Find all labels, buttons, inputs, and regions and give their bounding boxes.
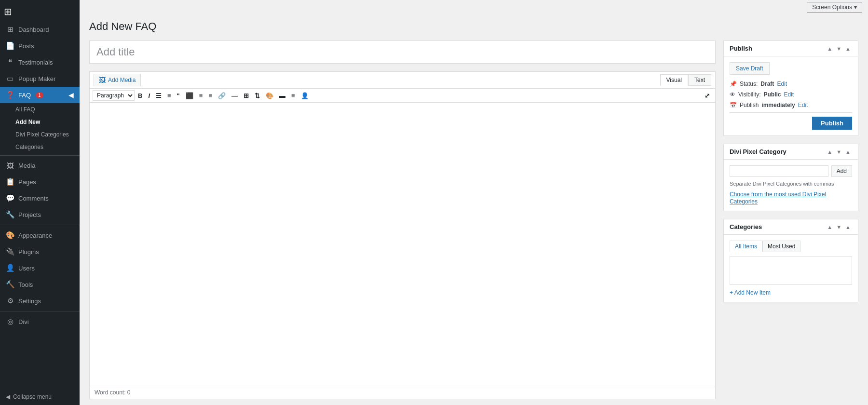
categories-box-down[interactable]: ▼ xyxy=(835,224,843,230)
save-draft-button[interactable]: Save Draft xyxy=(730,62,770,75)
bold-button[interactable]: B xyxy=(136,91,145,101)
sidebar-item-media[interactable]: 🖼 Media xyxy=(0,158,80,174)
divi-pixel-box-up[interactable]: ▲ xyxy=(826,148,834,155)
publish-meta-box: Publish ▲ ▼ ▲ Save Draft 📌 Status: Draft xyxy=(723,40,858,136)
plugins-icon: 🔌 xyxy=(6,247,14,256)
sidebar-item-pages[interactable]: 📋 Pages xyxy=(0,174,80,190)
faq-arrow: ◀ xyxy=(68,91,74,99)
sidebar-label-media: Media xyxy=(18,162,35,169)
unordered-list-button[interactable]: ☰ xyxy=(153,91,164,101)
special-btn-1[interactable]: ⇅ xyxy=(252,91,262,101)
add-new-item-link[interactable]: + Add New Item xyxy=(730,289,771,296)
divi-pixel-category-add-button[interactable]: Add xyxy=(831,165,852,177)
page-title: Add New FAQ xyxy=(89,20,858,33)
categories-box-up[interactable]: ▲ xyxy=(826,224,834,230)
divi-pixel-category-header[interactable]: Divi Pixel Category ▲ ▼ ▲ xyxy=(724,144,858,160)
italic-button[interactable]: I xyxy=(146,91,152,101)
sidebar-item-add-new[interactable]: Add New xyxy=(0,116,80,128)
publish-box-header[interactable]: Publish ▲ ▼ ▲ xyxy=(724,41,858,56)
publish-box-down[interactable]: ▼ xyxy=(835,45,843,52)
sidebar-label-plugins: Plugins xyxy=(18,248,39,256)
more-button[interactable]: — xyxy=(229,91,240,101)
posts-icon: 📄 xyxy=(6,41,14,50)
special-btn-3[interactable]: ▬ xyxy=(277,91,288,101)
categories-box-close[interactable]: ▲ xyxy=(844,224,852,230)
sidebar-item-divi[interactable]: ◎ Divi xyxy=(0,313,80,330)
sidebar-item-comments[interactable]: 💬 Comments xyxy=(0,190,80,206)
sidebar-item-plugins[interactable]: 🔌 Plugins xyxy=(0,243,80,260)
blockquote-button[interactable]: " xyxy=(175,91,182,101)
tab-visual[interactable]: Visual xyxy=(660,74,688,86)
main-content: Screen Options ▾ Add New FAQ 🖼 Add Media xyxy=(80,0,868,405)
sidebar-item-divi-pixel-categories[interactable]: Divi Pixel Categories xyxy=(0,128,80,141)
screen-options-button[interactable]: Screen Options ▾ xyxy=(807,2,862,13)
categories-tabs: All Items Most Used xyxy=(730,241,852,252)
collapse-icon: ◀ xyxy=(6,393,10,400)
sidebar-item-faq[interactable]: ❓ FAQ 1 ◀ xyxy=(0,87,80,103)
sidebar-label-projects: Projects xyxy=(18,211,41,218)
categories-header[interactable]: Categories ▲ ▼ ▲ xyxy=(724,219,858,235)
publish-time-row: 📅 Publish immediately Edit xyxy=(730,102,852,108)
special-btn-2[interactable]: 🎨 xyxy=(263,91,276,101)
status-edit-link[interactable]: Edit xyxy=(777,81,787,87)
table-button[interactable]: ⊞ xyxy=(241,91,251,101)
visibility-row: 👁 Visibility: Public Edit xyxy=(730,91,852,98)
sidebar-label-divi: Divi xyxy=(18,318,29,325)
sidebar-label-testimonials: Testimonials xyxy=(18,59,53,66)
editor-toolbar-top: 🖼 Add Media Visual Text xyxy=(90,72,715,89)
categories-list-area xyxy=(730,256,852,285)
publish-box-controls: ▲ ▼ ▲ xyxy=(826,45,852,52)
sidebar-item-testimonials[interactable]: ❝ Testimonials xyxy=(0,54,80,70)
divi-pixel-box-close[interactable]: ▲ xyxy=(844,148,852,155)
sidebar-item-popup-maker[interactable]: ▭ Popup Maker xyxy=(0,70,80,87)
divi-icon: ◎ xyxy=(6,317,14,326)
publish-box-body: Save Draft 📌 Status: Draft Edit 👁 Visibi… xyxy=(724,56,858,135)
collapse-menu[interactable]: ◀ Collapse menu xyxy=(0,389,80,405)
expand-button[interactable]: ⤢ xyxy=(702,91,712,101)
sidebar-item-all-faq[interactable]: All FAQ xyxy=(0,103,80,116)
title-input[interactable] xyxy=(89,40,716,64)
tab-most-used[interactable]: Most Used xyxy=(762,241,800,252)
publish-box-close[interactable]: ▲ xyxy=(844,45,852,52)
sidebar-item-appearance[interactable]: 🎨 Appearance xyxy=(0,227,80,243)
status-row: 📌 Status: Draft Edit xyxy=(730,81,852,87)
tab-text[interactable]: Text xyxy=(688,74,711,86)
comments-icon: 💬 xyxy=(6,194,14,202)
settings-icon: ⚙ xyxy=(6,297,14,305)
publish-box-title: Publish xyxy=(730,45,752,52)
faq-badge: 1 xyxy=(36,92,43,98)
sidebar-item-projects[interactable]: 🔧 Projects xyxy=(0,206,80,223)
sidebar-item-posts[interactable]: 📄 Posts xyxy=(0,38,80,54)
ordered-list-button[interactable]: ≡ xyxy=(165,91,174,101)
status-pencil-icon: 📌 xyxy=(730,81,737,87)
sidebar-item-users[interactable]: 👤 Users xyxy=(0,260,80,276)
visibility-edit-link[interactable]: Edit xyxy=(784,91,794,98)
visibility-value: Public xyxy=(763,91,781,98)
faq-icon: ❓ xyxy=(6,91,14,99)
divi-pixel-category-input[interactable] xyxy=(730,165,828,177)
sidebar-item-tools[interactable]: 🔨 Tools xyxy=(0,276,80,293)
editor-toolbar-main: Paragraph B I ☰ ≡ " ⬛ ≡ ≡ 🔗 — ⊞ ⇅ xyxy=(90,89,715,103)
special-btn-4[interactable]: ≡ xyxy=(289,91,298,101)
publish-box-up[interactable]: ▲ xyxy=(826,45,834,52)
status-value: Draft xyxy=(760,81,774,87)
sidebar-label-appearance: Appearance xyxy=(18,232,52,239)
sidebar-item-dashboard[interactable]: ⊞ Dashboard xyxy=(0,21,80,38)
category-input-row: Add xyxy=(730,165,852,177)
choose-categories-link[interactable]: Choose from the most used Divi Pixel Cat… xyxy=(730,191,826,205)
sidebar-item-categories[interactable]: Categories xyxy=(0,141,80,153)
add-media-button[interactable]: 🖼 Add Media xyxy=(94,74,141,86)
sidebar-item-settings[interactable]: ⚙ Settings xyxy=(0,293,80,309)
align-center-button[interactable]: ≡ xyxy=(197,91,205,101)
sidebar-label-posts: Posts xyxy=(18,42,34,50)
divi-pixel-box-down[interactable]: ▼ xyxy=(835,148,843,155)
publish-edit-link[interactable]: Edit xyxy=(798,102,808,108)
align-left-button[interactable]: ⬛ xyxy=(183,91,196,101)
publish-button[interactable]: Publish xyxy=(812,117,852,130)
editor-content-area[interactable] xyxy=(90,103,715,386)
special-btn-5[interactable]: 👤 xyxy=(298,91,311,101)
paragraph-select[interactable]: Paragraph xyxy=(93,90,135,101)
link-button[interactable]: 🔗 xyxy=(216,91,228,101)
align-right-button[interactable]: ≡ xyxy=(206,91,215,101)
tab-all-items[interactable]: All Items xyxy=(730,241,762,252)
